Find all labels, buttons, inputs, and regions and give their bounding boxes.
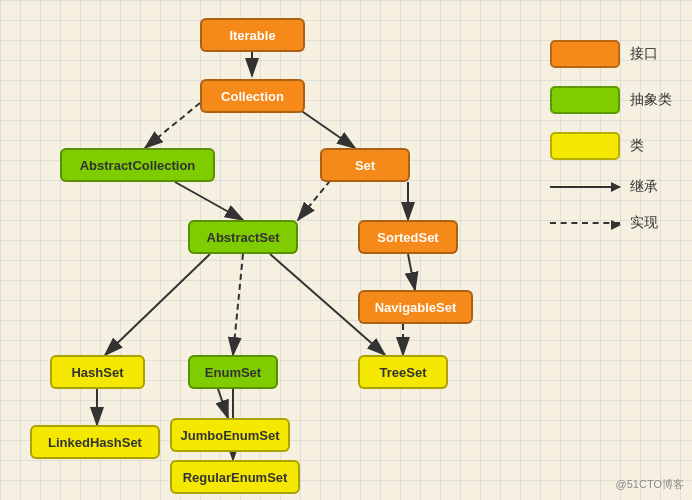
legend-interface-label: 接口 <box>630 45 658 63</box>
treeset-box: TreeSet <box>358 355 448 389</box>
enumset-box: EnumSet <box>188 355 278 389</box>
hashset-box: HashSet <box>50 355 145 389</box>
linkedhashset-box: LinkedHashSet <box>30 425 160 459</box>
svg-line-3 <box>145 103 200 148</box>
legend-interface-box <box>550 40 620 68</box>
legend-implementation-label: 实现 <box>630 214 658 232</box>
svg-line-8 <box>408 254 415 290</box>
legend-class-box <box>550 132 620 160</box>
navigableset-box: NavigableSet <box>358 290 473 324</box>
svg-line-14 <box>218 389 228 418</box>
legend-class-label: 类 <box>630 137 644 155</box>
svg-line-9 <box>105 254 210 355</box>
legend-solid-arrow <box>550 186 620 188</box>
abstractset-box: AbstractSet <box>188 220 298 254</box>
legend-inheritance-label: 继承 <box>630 178 658 196</box>
iterable-box: Iterable <box>200 18 305 52</box>
regularenumset-box: RegularEnumSet <box>170 460 300 494</box>
legend-implementation: 实现 <box>550 214 672 232</box>
legend-interface: 接口 <box>550 40 672 68</box>
svg-line-10 <box>233 254 243 355</box>
legend-dashed-arrow <box>550 222 620 224</box>
watermark: @51CTO博客 <box>616 477 684 492</box>
legend-inheritance: 继承 <box>550 178 672 196</box>
diagram-container: Iterable Collection AbstractCollection S… <box>0 0 692 500</box>
legend-abstract-box <box>550 86 620 114</box>
abstractcollection-box: AbstractCollection <box>60 148 215 182</box>
sortedset-box: SortedSet <box>358 220 458 254</box>
legend-abstract: 抽象类 <box>550 86 672 114</box>
svg-line-5 <box>175 182 243 220</box>
collection-box: Collection <box>200 79 305 113</box>
legend-abstract-label: 抽象类 <box>630 91 672 109</box>
legend: 接口 抽象类 类 继承 实现 <box>550 40 672 232</box>
jumboenumset-box: JumboEnumSet <box>170 418 290 452</box>
set-box: Set <box>320 148 410 182</box>
legend-class: 类 <box>550 132 672 160</box>
